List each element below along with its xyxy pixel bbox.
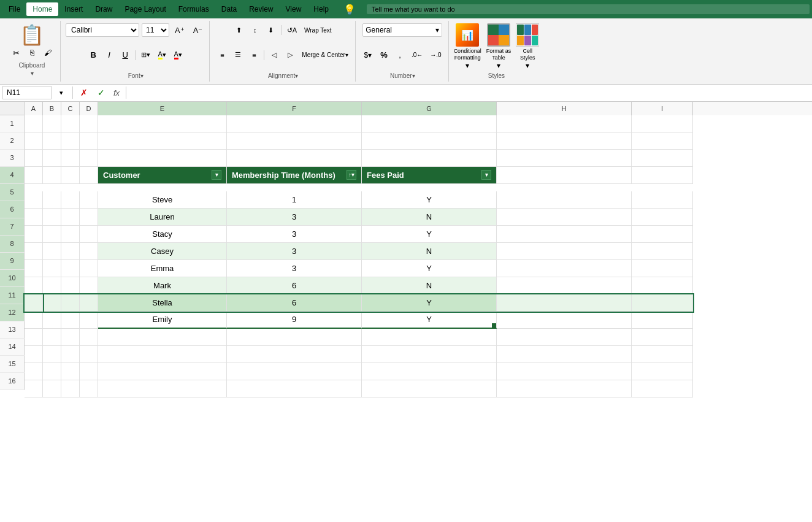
- col-header-e[interactable]: E: [98, 102, 227, 115]
- cell-a10[interactable]: [25, 277, 43, 294]
- cell-a15[interactable]: [25, 363, 43, 380]
- menu-review[interactable]: Review: [243, 2, 279, 16]
- decrease-decimal-button[interactable]: .0←: [408, 48, 426, 62]
- cell-e14[interactable]: [98, 346, 227, 363]
- cell-a7[interactable]: [25, 226, 43, 243]
- cell-i2[interactable]: [632, 132, 693, 150]
- cell-e13[interactable]: [98, 329, 227, 346]
- cell-g10[interactable]: N: [362, 277, 497, 294]
- cell-c12[interactable]: [61, 312, 80, 329]
- cell-c5[interactable]: [61, 191, 80, 209]
- col-header-i[interactable]: I: [632, 102, 693, 115]
- cell-b11[interactable]: [43, 294, 61, 312]
- cell-e15[interactable]: [98, 363, 227, 380]
- cell-c10[interactable]: [61, 277, 80, 294]
- col-header-f[interactable]: F: [227, 102, 362, 115]
- row-header-7[interactable]: 7: [0, 218, 25, 236]
- cell-i11[interactable]: [632, 294, 693, 312]
- decrease-indent-button[interactable]: ◁: [267, 48, 282, 62]
- alignment-expand-icon[interactable]: ▾: [295, 72, 298, 79]
- cell-f11[interactable]: 6: [227, 294, 362, 312]
- cell-e4[interactable]: Customer ▾: [98, 167, 227, 184]
- number-expand-icon[interactable]: ▾: [412, 72, 415, 79]
- fx-button[interactable]: fx: [111, 88, 122, 98]
- membership-filter-icon[interactable]: ↑▾: [347, 170, 356, 180]
- cell-a1[interactable]: [25, 115, 43, 132]
- cell-h10[interactable]: [497, 277, 632, 294]
- table-resize-handle[interactable]: [492, 323, 497, 328]
- cell-i6[interactable]: [632, 209, 693, 226]
- cell-h9[interactable]: [497, 260, 632, 277]
- cell-a13[interactable]: [25, 329, 43, 346]
- cell-f16[interactable]: [227, 380, 362, 397]
- cell-i12[interactable]: [632, 312, 693, 329]
- cell-h4[interactable]: [497, 167, 632, 184]
- row-header-10[interactable]: 10: [0, 270, 25, 287]
- cell-e9[interactable]: Emma: [98, 260, 227, 277]
- comma-button[interactable]: ,: [393, 48, 407, 62]
- cell-e10[interactable]: Mark: [98, 277, 227, 294]
- cell-a8[interactable]: [25, 243, 43, 260]
- cell-d8[interactable]: [80, 243, 98, 260]
- customer-filter-icon[interactable]: ▾: [212, 170, 221, 180]
- align-top-button[interactable]: ⬆: [232, 23, 247, 37]
- cell-c3[interactable]: [61, 150, 80, 167]
- italic-button[interactable]: I: [102, 48, 117, 62]
- accept-formula-button[interactable]: ✓: [94, 86, 109, 99]
- cell-g3[interactable]: [362, 150, 497, 167]
- cell-a16[interactable]: [25, 380, 43, 397]
- cell-f3[interactable]: [227, 150, 362, 167]
- cell-f10[interactable]: 6: [227, 277, 362, 294]
- cell-e16[interactable]: [98, 380, 227, 397]
- cell-h7[interactable]: [497, 226, 632, 243]
- fill-color-button[interactable]: A▾: [155, 48, 169, 62]
- cell-a12[interactable]: [25, 312, 43, 329]
- cell-h5[interactable]: [497, 191, 632, 209]
- cell-g12[interactable]: Y: [362, 312, 497, 329]
- cell-h2[interactable]: [497, 132, 632, 150]
- cell-g1[interactable]: [362, 115, 497, 132]
- cell-c1[interactable]: [61, 115, 80, 132]
- cell-d7[interactable]: [80, 226, 98, 243]
- cell-i1[interactable]: [632, 115, 693, 132]
- bold-button[interactable]: B: [86, 48, 101, 62]
- cell-f9[interactable]: 3: [227, 260, 362, 277]
- accounting-format-button[interactable]: $▾: [361, 48, 375, 62]
- row-header-1[interactable]: 1: [0, 115, 25, 132]
- cell-b4[interactable]: [43, 167, 61, 184]
- row-header-4[interactable]: 4: [0, 167, 25, 184]
- format-as-table-button[interactable]: Format asTable ▾: [486, 23, 511, 70]
- cell-b1[interactable]: [43, 115, 61, 132]
- cell-d10[interactable]: [80, 277, 98, 294]
- font-name-selector[interactable]: Calibri: [66, 23, 139, 37]
- cell-e11[interactable]: Stella: [98, 294, 227, 312]
- cell-g6[interactable]: N: [362, 209, 497, 226]
- cell-g14[interactable]: [362, 346, 497, 363]
- cell-c7[interactable]: [61, 226, 80, 243]
- cell-c6[interactable]: [61, 209, 80, 226]
- row-header-15[interactable]: 15: [0, 356, 25, 373]
- cell-b14[interactable]: [43, 346, 61, 363]
- cell-a14[interactable]: [25, 346, 43, 363]
- cell-c13[interactable]: [61, 329, 80, 346]
- cell-h6[interactable]: [497, 209, 632, 226]
- cell-c2[interactable]: [61, 132, 80, 150]
- cell-d3[interactable]: [80, 150, 98, 167]
- col-header-g[interactable]: G: [362, 102, 497, 115]
- menu-view[interactable]: View: [280, 2, 308, 16]
- fees-filter-icon[interactable]: ▾: [481, 170, 491, 180]
- cell-d2[interactable]: [80, 132, 98, 150]
- cell-f1[interactable]: [227, 115, 362, 132]
- cell-b12[interactable]: [43, 312, 61, 329]
- cell-h13[interactable]: [497, 329, 632, 346]
- cell-b13[interactable]: [43, 329, 61, 346]
- cell-c15[interactable]: [61, 363, 80, 380]
- row-header-11[interactable]: 11: [0, 287, 25, 304]
- cut-button[interactable]: ✂: [9, 46, 23, 59]
- cell-d15[interactable]: [80, 363, 98, 380]
- col-header-b[interactable]: B: [43, 102, 61, 115]
- increase-decimal-button[interactable]: →.0: [427, 48, 444, 62]
- cell-h16[interactable]: [497, 380, 632, 397]
- cell-f13[interactable]: [227, 329, 362, 346]
- wrap-text-button[interactable]: Wrap Text: [301, 23, 335, 37]
